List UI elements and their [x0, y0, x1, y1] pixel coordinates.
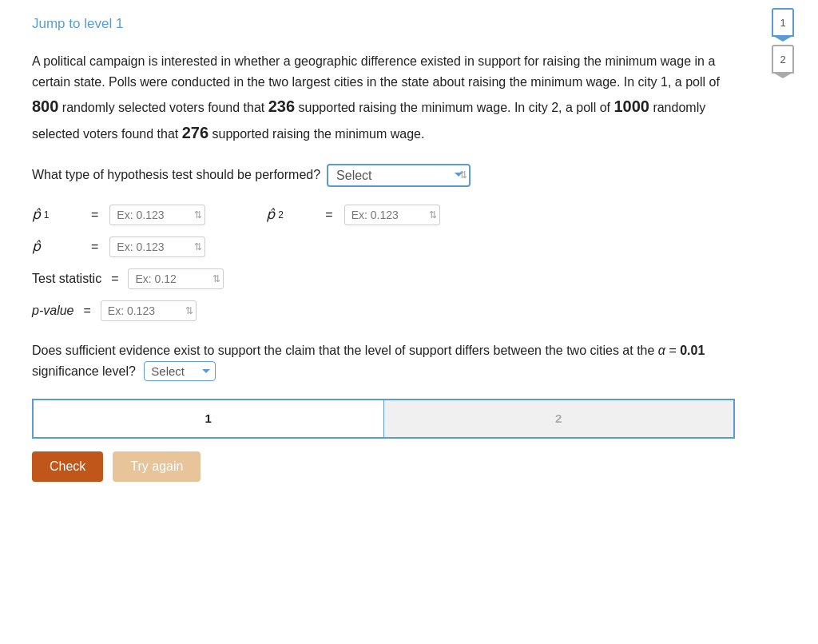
problem-text: A political campaign is interested in wh… — [32, 51, 735, 146]
pvalue-input-wrapper — [101, 300, 197, 321]
pvalue-row: p-value = — [32, 300, 735, 321]
conclusion-question: Does sufficient evidence exist to suppor… — [32, 340, 735, 383]
pvalue-label: p-value — [32, 304, 73, 318]
hypothesis-select[interactable]: Select Two-tailed z-test Left-tailed z-t… — [327, 164, 471, 187]
try-again-button[interactable]: Try again — [113, 451, 201, 482]
p-hat-row: p̂ = — [32, 237, 735, 257]
p-hat-input-wrapper — [109, 237, 205, 257]
p1-label: p̂1 — [32, 206, 80, 223]
progress-bar: 1 2 — [32, 399, 735, 439]
p2-input[interactable] — [344, 205, 440, 225]
p-hat-label: p̂ — [32, 238, 80, 255]
test-statistic-input[interactable] — [128, 268, 224, 289]
test-statistic-row: Test statistic = — [32, 268, 735, 289]
p1-input-wrapper — [109, 205, 205, 225]
p2-label: p̂2 — [266, 206, 314, 223]
p-hat-input[interactable] — [109, 237, 205, 257]
hypothesis-question-row: What type of hypothesis test should be p… — [32, 164, 735, 187]
sidebar: 1 2 — [767, 0, 799, 644]
p2-input-wrapper — [344, 205, 440, 225]
check-button[interactable]: Check — [32, 451, 103, 482]
test-statistic-input-wrapper — [128, 268, 224, 289]
p1-p2-row: p̂1 = p̂2 = — [32, 205, 735, 225]
progress-segment-1: 1 — [34, 400, 384, 437]
test-statistic-label: Test statistic — [32, 272, 101, 286]
jump-to-level-link[interactable]: Jump to level 1 — [32, 16, 123, 32]
hypothesis-question-label: What type of hypothesis test should be p… — [32, 168, 320, 182]
pvalue-input[interactable] — [101, 300, 197, 321]
sidebar-badge-2[interactable]: 2 — [772, 45, 794, 74]
p1-input[interactable] — [109, 205, 205, 225]
sidebar-badge-1[interactable]: 1 — [772, 8, 794, 37]
button-row: Check Try again — [32, 451, 735, 482]
progress-segment-2: 2 — [384, 400, 734, 437]
conclusion-select[interactable]: Select Yes No — [144, 361, 216, 381]
